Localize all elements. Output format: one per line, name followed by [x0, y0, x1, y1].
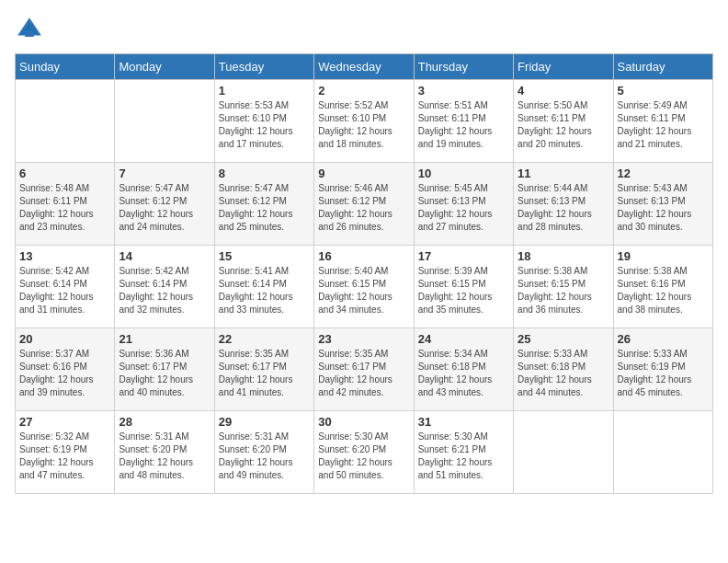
calendar-cell: 15Sunrise: 5:41 AM Sunset: 6:14 PM Dayli…	[214, 246, 313, 328]
calendar-cell: 1Sunrise: 5:53 AM Sunset: 6:10 PM Daylig…	[214, 80, 313, 163]
calendar-cell: 17Sunrise: 5:39 AM Sunset: 6:15 PM Dayli…	[414, 246, 513, 328]
calendar-cell: 27Sunrise: 5:32 AM Sunset: 6:19 PM Dayli…	[16, 411, 115, 494]
day-number: 11	[518, 167, 609, 180]
day-info: Sunrise: 5:36 AM Sunset: 6:17 PM Dayligh…	[119, 348, 210, 399]
calendar-cell: 22Sunrise: 5:35 AM Sunset: 6:17 PM Dayli…	[214, 328, 313, 411]
day-number: 10	[418, 167, 509, 180]
day-number: 6	[19, 167, 110, 180]
calendar-cell	[115, 80, 214, 163]
day-number: 9	[318, 167, 409, 180]
day-number: 7	[119, 167, 210, 180]
day-info: Sunrise: 5:50 AM Sunset: 6:11 PM Dayligh…	[518, 99, 609, 151]
calendar-cell	[514, 411, 613, 494]
day-number: 4	[518, 84, 609, 98]
day-info: Sunrise: 5:41 AM Sunset: 6:14 PM Dayligh…	[219, 265, 310, 316]
calendar-week-row: 20Sunrise: 5:37 AM Sunset: 6:16 PM Dayli…	[16, 328, 713, 411]
calendar-cell: 9Sunrise: 5:46 AM Sunset: 6:12 PM Daylig…	[314, 163, 414, 246]
day-number: 14	[119, 249, 210, 263]
day-info: Sunrise: 5:37 AM Sunset: 6:16 PM Dayligh…	[19, 348, 110, 399]
day-info: Sunrise: 5:33 AM Sunset: 6:18 PM Dayligh…	[518, 348, 609, 399]
calendar-cell: 31Sunrise: 5:30 AM Sunset: 6:21 PM Dayli…	[414, 411, 513, 494]
day-info: Sunrise: 5:42 AM Sunset: 6:14 PM Dayligh…	[19, 265, 110, 316]
logo-icon	[15, 15, 44, 44]
calendar-cell: 8Sunrise: 5:47 AM Sunset: 6:12 PM Daylig…	[214, 163, 313, 246]
calendar-week-row: 27Sunrise: 5:32 AM Sunset: 6:19 PM Dayli…	[16, 411, 713, 494]
day-info: Sunrise: 5:49 AM Sunset: 6:11 PM Dayligh…	[618, 99, 709, 151]
calendar-cell: 26Sunrise: 5:33 AM Sunset: 6:19 PM Dayli…	[613, 328, 712, 411]
calendar-cell: 19Sunrise: 5:38 AM Sunset: 6:16 PM Dayli…	[613, 246, 712, 328]
day-number: 5	[618, 84, 709, 98]
calendar-cell: 10Sunrise: 5:45 AM Sunset: 6:13 PM Dayli…	[414, 163, 513, 246]
day-number: 30	[318, 415, 409, 429]
calendar-cell: 24Sunrise: 5:34 AM Sunset: 6:18 PM Dayli…	[414, 328, 513, 411]
day-info: Sunrise: 5:30 AM Sunset: 6:20 PM Dayligh…	[318, 431, 409, 482]
day-info: Sunrise: 5:45 AM Sunset: 6:13 PM Dayligh…	[418, 182, 509, 234]
day-info: Sunrise: 5:31 AM Sunset: 6:20 PM Dayligh…	[119, 431, 210, 482]
weekday-header: Monday	[115, 54, 214, 80]
day-number: 15	[219, 249, 310, 263]
day-number: 28	[119, 415, 210, 429]
weekday-header: Wednesday	[314, 54, 414, 80]
day-number: 16	[318, 249, 409, 263]
calendar-cell	[613, 411, 712, 494]
calendar-week-row: 13Sunrise: 5:42 AM Sunset: 6:14 PM Dayli…	[16, 246, 713, 328]
day-number: 2	[318, 84, 409, 98]
calendar-cell: 29Sunrise: 5:31 AM Sunset: 6:20 PM Dayli…	[214, 411, 313, 494]
day-info: Sunrise: 5:47 AM Sunset: 6:12 PM Dayligh…	[219, 182, 310, 234]
calendar-cell: 11Sunrise: 5:44 AM Sunset: 6:13 PM Dayli…	[514, 163, 613, 246]
day-number: 23	[318, 332, 409, 346]
day-info: Sunrise: 5:34 AM Sunset: 6:18 PM Dayligh…	[418, 348, 509, 399]
calendar-cell: 13Sunrise: 5:42 AM Sunset: 6:14 PM Dayli…	[16, 246, 115, 328]
day-number: 20	[19, 332, 110, 346]
day-info: Sunrise: 5:32 AM Sunset: 6:19 PM Dayligh…	[19, 431, 110, 482]
calendar-week-row: 6Sunrise: 5:48 AM Sunset: 6:11 PM Daylig…	[16, 163, 713, 246]
day-info: Sunrise: 5:31 AM Sunset: 6:20 PM Dayligh…	[219, 431, 310, 482]
calendar-cell: 2Sunrise: 5:52 AM Sunset: 6:10 PM Daylig…	[314, 80, 414, 163]
day-info: Sunrise: 5:53 AM Sunset: 6:10 PM Dayligh…	[219, 99, 310, 151]
day-info: Sunrise: 5:35 AM Sunset: 6:17 PM Dayligh…	[219, 348, 310, 399]
calendar-cell: 5Sunrise: 5:49 AM Sunset: 6:11 PM Daylig…	[613, 80, 712, 163]
calendar-cell: 16Sunrise: 5:40 AM Sunset: 6:15 PM Dayli…	[314, 246, 414, 328]
day-info: Sunrise: 5:38 AM Sunset: 6:15 PM Dayligh…	[518, 265, 609, 316]
page-header	[15, 15, 713, 44]
day-info: Sunrise: 5:35 AM Sunset: 6:17 PM Dayligh…	[318, 348, 409, 399]
calendar-cell: 14Sunrise: 5:42 AM Sunset: 6:14 PM Dayli…	[115, 246, 214, 328]
calendar-cell: 3Sunrise: 5:51 AM Sunset: 6:11 PM Daylig…	[414, 80, 513, 163]
day-number: 24	[418, 332, 509, 346]
day-number: 17	[418, 249, 509, 263]
calendar-cell: 7Sunrise: 5:47 AM Sunset: 6:12 PM Daylig…	[115, 163, 214, 246]
calendar-table: SundayMondayTuesdayWednesdayThursdayFrid…	[15, 53, 713, 494]
calendar-cell: 6Sunrise: 5:48 AM Sunset: 6:11 PM Daylig…	[16, 163, 115, 246]
day-number: 22	[219, 332, 310, 346]
svg-rect-2	[25, 31, 34, 37]
weekday-header: Tuesday	[214, 54, 313, 80]
day-info: Sunrise: 5:39 AM Sunset: 6:15 PM Dayligh…	[418, 265, 509, 316]
day-info: Sunrise: 5:30 AM Sunset: 6:21 PM Dayligh…	[418, 431, 509, 482]
day-info: Sunrise: 5:51 AM Sunset: 6:11 PM Dayligh…	[418, 99, 509, 151]
day-info: Sunrise: 5:48 AM Sunset: 6:11 PM Dayligh…	[19, 182, 110, 234]
calendar-cell: 25Sunrise: 5:33 AM Sunset: 6:18 PM Dayli…	[514, 328, 613, 411]
day-info: Sunrise: 5:38 AM Sunset: 6:16 PM Dayligh…	[618, 265, 709, 316]
weekday-header: Sunday	[16, 54, 115, 80]
day-number: 31	[418, 415, 509, 429]
calendar-cell: 21Sunrise: 5:36 AM Sunset: 6:17 PM Dayli…	[115, 328, 214, 411]
day-number: 29	[219, 415, 310, 429]
weekday-header: Saturday	[613, 54, 712, 80]
day-info: Sunrise: 5:33 AM Sunset: 6:19 PM Dayligh…	[618, 348, 709, 399]
day-info: Sunrise: 5:42 AM Sunset: 6:14 PM Dayligh…	[119, 265, 210, 316]
day-number: 1	[219, 84, 310, 98]
day-info: Sunrise: 5:40 AM Sunset: 6:15 PM Dayligh…	[318, 265, 409, 316]
calendar-cell: 18Sunrise: 5:38 AM Sunset: 6:15 PM Dayli…	[514, 246, 613, 328]
day-number: 18	[518, 249, 609, 263]
day-info: Sunrise: 5:43 AM Sunset: 6:13 PM Dayligh…	[618, 182, 709, 234]
day-number: 19	[618, 249, 709, 263]
day-info: Sunrise: 5:52 AM Sunset: 6:10 PM Dayligh…	[318, 99, 409, 151]
day-info: Sunrise: 5:44 AM Sunset: 6:13 PM Dayligh…	[518, 182, 609, 234]
calendar-cell: 4Sunrise: 5:50 AM Sunset: 6:11 PM Daylig…	[514, 80, 613, 163]
logo	[15, 15, 48, 44]
calendar-cell: 12Sunrise: 5:43 AM Sunset: 6:13 PM Dayli…	[613, 163, 712, 246]
day-info: Sunrise: 5:46 AM Sunset: 6:12 PM Dayligh…	[318, 182, 409, 234]
day-number: 13	[19, 249, 110, 263]
calendar-header: SundayMondayTuesdayWednesdayThursdayFrid…	[16, 54, 713, 80]
calendar-cell	[16, 80, 115, 163]
